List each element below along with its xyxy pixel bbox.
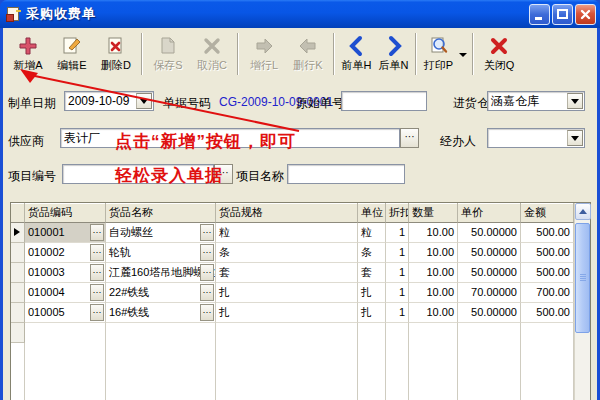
col-header-name[interactable]: 货品名称 — [106, 203, 216, 223]
scrollbar-thumb[interactable] — [575, 223, 590, 333]
cell-price[interactable]: 50.00000 — [458, 303, 521, 323]
row-selector-cell[interactable] — [11, 223, 25, 243]
cell-amount[interactable]: 700.00 — [521, 283, 574, 303]
cell-unit[interactable]: 扎 — [358, 283, 386, 303]
col-header-spec[interactable]: 货品规格 — [216, 203, 358, 223]
cell-lookup-button[interactable]: ··· — [90, 224, 104, 241]
toolbar-edit-button[interactable]: 编辑E — [50, 30, 94, 79]
cell-discount[interactable]: 1 — [386, 243, 409, 263]
row-selector-cell[interactable] — [11, 323, 25, 343]
supplier-lookup-button[interactable]: ··· — [400, 128, 419, 148]
cell-unit[interactable]: 扎 — [358, 303, 386, 323]
cell-qty[interactable]: 10.00 — [409, 243, 458, 263]
close-button[interactable] — [575, 4, 596, 25]
cell-lookup-button[interactable]: ··· — [90, 244, 104, 261]
col-header-unit[interactable]: 单位 — [358, 203, 386, 223]
cell-qty[interactable]: 10.00 — [409, 263, 458, 283]
project-name-input[interactable] — [287, 164, 405, 184]
cell-code[interactable]: 010002··· — [25, 243, 106, 263]
cell-qty[interactable]: 10.00 — [409, 223, 458, 243]
date-dropdown-button[interactable] — [136, 93, 152, 109]
cell-amount[interactable]: 500.00 — [521, 223, 574, 243]
toolbar-addrow-button: 增行L — [242, 30, 286, 79]
cell-price[interactable]: 50.00000 — [458, 223, 521, 243]
scroll-up-button[interactable] — [575, 203, 591, 220]
cell-spec[interactable]: 扎 — [216, 283, 358, 303]
cell-spec[interactable]: 套 — [216, 263, 358, 283]
vertical-scrollbar[interactable] — [574, 203, 590, 400]
table-row[interactable]: 010002··· 轮轨··· 条 条 1 10.00 50.00000 500… — [11, 243, 574, 263]
cell-spec[interactable]: 粒 — [216, 223, 358, 243]
table-row[interactable]: 010003··· 江麓160塔吊地脚螺丝··· 套 套 1 10.00 50.… — [11, 263, 574, 283]
maximize-button[interactable] — [552, 4, 573, 25]
cell-code[interactable]: 010001··· — [25, 223, 106, 243]
cell-lookup-button[interactable]: ··· — [90, 304, 104, 321]
cell-discount[interactable]: 1 — [386, 263, 409, 283]
date-combobox[interactable]: 2009-10-09 — [64, 91, 154, 111]
cell-amount[interactable]: 500.00 — [521, 303, 574, 323]
annotation-text-line1: 点击“新增”按钮，即可 — [115, 130, 296, 153]
toolbar-close-button[interactable]: 关闭Q — [477, 30, 521, 79]
row-selector-cell[interactable] — [11, 263, 25, 283]
cell-name[interactable]: 自动螺丝··· — [106, 223, 216, 243]
cell-discount[interactable]: 1 — [386, 303, 409, 323]
row-selector-cell[interactable] — [11, 243, 25, 263]
toolbar-delete-button[interactable]: 删除D — [94, 30, 138, 79]
row-selector-cell[interactable] — [11, 303, 25, 323]
col-header-amount[interactable]: 金额 — [521, 203, 574, 223]
toolbar-print-button[interactable]: 打印P — [420, 30, 457, 79]
col-header-price[interactable]: 单价 — [458, 203, 521, 223]
table-row[interactable]: 010001··· 自动螺丝··· 粒 粒 1 10.00 50.00000 5… — [11, 223, 574, 243]
cell-amount[interactable]: 500.00 — [521, 243, 574, 263]
cell-discount[interactable]: 1 — [386, 283, 409, 303]
cell-name[interactable]: 16#铁线··· — [106, 303, 216, 323]
print-dropdown-button[interactable] — [457, 30, 469, 79]
cell-price[interactable]: 50.00000 — [458, 263, 521, 283]
minimize-button[interactable] — [529, 4, 550, 25]
cell-spec[interactable]: 扎 — [216, 303, 358, 323]
annotation-text-line2: 轻松录入单据 — [115, 164, 223, 187]
warehouse-dropdown-button[interactable] — [567, 93, 583, 109]
cell-qty[interactable]: 10.00 — [409, 303, 458, 323]
table-row[interactable]: 010005··· 16#铁线··· 扎 扎 1 10.00 50.00000 … — [11, 303, 574, 323]
row-selector-cell[interactable] — [11, 283, 25, 303]
supplier-value: 表计厂 — [64, 131, 100, 145]
cell-lookup-button[interactable]: ··· — [200, 224, 214, 241]
handler-combobox[interactable] — [487, 128, 585, 148]
cell-lookup-button[interactable]: ··· — [90, 264, 104, 281]
ellipsis-icon: ··· — [405, 131, 415, 142]
handler-dropdown-button[interactable] — [567, 130, 583, 146]
titlebar[interactable]: 采购收费单 — [0, 0, 600, 28]
cell-price[interactable]: 70.00000 — [458, 283, 521, 303]
table-row[interactable]: 010004··· 22#铁线··· 扎 扎 1 10.00 70.00000 … — [11, 283, 574, 303]
col-header-qty[interactable]: 数量 — [409, 203, 458, 223]
cell-spec[interactable]: 条 — [216, 243, 358, 263]
warehouse-combobox[interactable]: 涵嘉仓库 — [487, 91, 585, 111]
cell-code[interactable]: 010005··· — [25, 303, 106, 323]
cell-lookup-button[interactable]: ··· — [200, 284, 214, 301]
cell-qty[interactable]: 10.00 — [409, 283, 458, 303]
cell-lookup-button[interactable]: ··· — [90, 284, 104, 301]
toolbar-next-button[interactable]: 后单N — [375, 30, 412, 79]
cell-price[interactable]: 50.00000 — [458, 243, 521, 263]
col-header-discount[interactable]: 折扣 — [386, 203, 409, 223]
toolbar-delrow-label: 删行K — [293, 58, 322, 73]
cell-unit[interactable]: 套 — [358, 263, 386, 283]
orig-no-input[interactable] — [341, 91, 427, 111]
table-row-empty[interactable] — [11, 323, 574, 343]
cell-name[interactable]: 22#铁线··· — [106, 283, 216, 303]
cell-lookup-button[interactable]: ··· — [200, 244, 214, 261]
cell-discount[interactable]: 1 — [386, 223, 409, 243]
toolbar-new-button[interactable]: 新增A — [6, 30, 50, 79]
cell-unit[interactable]: 粒 — [358, 223, 386, 243]
cell-lookup-button[interactable]: ··· — [200, 304, 214, 321]
cell-code[interactable]: 010004··· — [25, 283, 106, 303]
cell-unit[interactable]: 条 — [358, 243, 386, 263]
cell-name[interactable]: 江麓160塔吊地脚螺丝··· — [106, 263, 216, 283]
col-header-code[interactable]: 货品编码 — [25, 203, 106, 223]
cell-code[interactable]: 010003··· — [25, 263, 106, 283]
cell-name[interactable]: 轮轨··· — [106, 243, 216, 263]
cell-amount[interactable]: 500.00 — [521, 263, 574, 283]
toolbar-prev-button[interactable]: 前单H — [338, 30, 375, 79]
cell-lookup-button[interactable]: ··· — [200, 264, 214, 281]
